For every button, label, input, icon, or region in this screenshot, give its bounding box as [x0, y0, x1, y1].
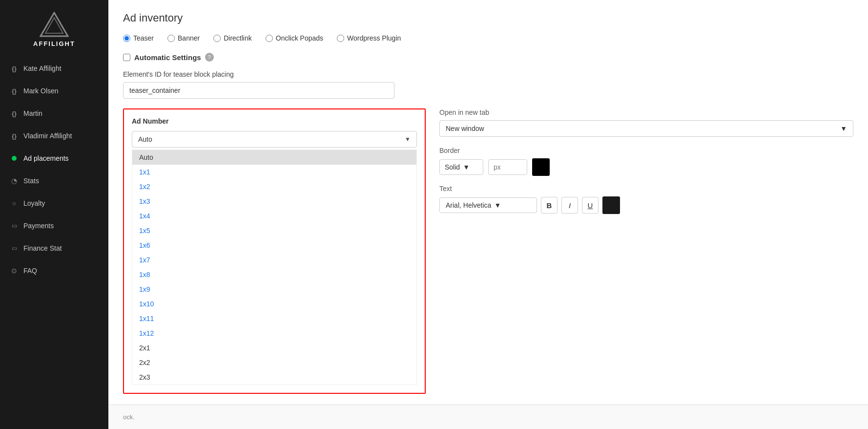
text-row: Arial, Helvetica ▼ B I U: [439, 196, 853, 214]
faq-icon: [10, 266, 19, 275]
element-id-input[interactable]: [123, 82, 394, 99]
radio-onclick-input[interactable]: [266, 35, 273, 42]
ad-number-title: Ad Number: [132, 117, 417, 125]
sidebar-item-label: Martin: [23, 109, 42, 117]
sidebar-item-label: Kate Affilight: [23, 64, 62, 72]
sidebar-item-stats[interactable]: Stats: [0, 170, 108, 192]
dropdown-item-1x10[interactable]: 1x10: [132, 297, 416, 311]
sidebar-item-finance-stat[interactable]: Finance Stat: [0, 237, 108, 259]
dropdown-item-2x2[interactable]: 2x2: [132, 355, 416, 370]
page-title: Ad inventory: [123, 12, 853, 24]
radio-directlink[interactable]: Directlink: [213, 34, 252, 42]
dropdown-item-1x4[interactable]: 1x4: [132, 209, 416, 223]
help-icon[interactable]: ?: [205, 53, 214, 62]
element-id-label: Element's ID for teaser block placing: [123, 70, 853, 78]
sidebar-item-label: FAQ: [23, 267, 37, 275]
dropdown-item-1x6[interactable]: 1x6: [132, 238, 416, 253]
sidebar-item-label: Payments: [23, 222, 54, 230]
dropdown-item-1x5[interactable]: 1x5: [132, 223, 416, 238]
sidebar-navigation: Kate Affilight Mark Olsen Martin Vladimi…: [0, 57, 108, 429]
sidebar-item-label: Ad placements: [23, 154, 69, 162]
dropdown-item-1x8[interactable]: 1x8: [132, 267, 416, 282]
finance-icon: [10, 244, 19, 253]
right-panel: Open in new tab New window ▼ Border Soli…: [439, 108, 853, 214]
radio-wordpress-input[interactable]: [337, 35, 344, 42]
border-px-input[interactable]: [488, 159, 527, 175]
radio-teaser-label: Teaser: [133, 34, 154, 42]
sidebar-item-martin[interactable]: Martin: [0, 102, 108, 125]
ad-number-selected: Auto: [138, 135, 152, 143]
sidebar-item-label: Finance Stat: [23, 244, 62, 252]
text-color-swatch[interactable]: [602, 196, 620, 214]
border-row: Solid ▼: [439, 158, 853, 176]
open-in-new-tab-row: New window ▼: [439, 120, 853, 137]
dropdown-item-1x9[interactable]: 1x9: [132, 282, 416, 297]
dropdown-item-2x3[interactable]: 2x3: [132, 370, 416, 385]
dropdown-item-1x11[interactable]: 1x11: [132, 311, 416, 326]
bold-button[interactable]: B: [541, 197, 558, 214]
svg-marker-0: [41, 13, 68, 36]
radio-directlink-label: Directlink: [224, 34, 252, 42]
sidebar: AFFILIGHT Kate Affilight Mark Olsen Mart…: [0, 0, 108, 429]
sidebar-item-ad-placements[interactable]: Ad placements: [0, 147, 108, 170]
dropdown-item-1x7[interactable]: 1x7: [132, 253, 416, 267]
automatic-settings-checkbox[interactable]: [123, 54, 130, 61]
sidebar-item-mark[interactable]: Mark Olsen: [0, 80, 108, 102]
automatic-settings-row: Automatic Settings ?: [123, 53, 853, 62]
svg-marker-1: [45, 18, 63, 33]
sidebar-item-payments[interactable]: Payments: [0, 214, 108, 237]
border-style-select[interactable]: Solid ▼: [439, 159, 483, 175]
chevron-down-icon: ▼: [494, 201, 501, 209]
radio-wordpress-plugin[interactable]: Wordpress Plugin: [337, 34, 401, 42]
radio-onclick-label: Onclick Popads: [276, 34, 323, 42]
payments-icon: [10, 221, 19, 230]
footer-bar: ock.: [108, 405, 868, 429]
braces-icon: [10, 131, 19, 140]
automatic-settings-label: Automatic Settings: [134, 53, 201, 62]
underline-button[interactable]: U: [582, 197, 599, 214]
sidebar-item-loyalty[interactable]: Loyalty: [0, 192, 108, 214]
border-color-swatch[interactable]: [532, 158, 550, 176]
ad-number-select[interactable]: Auto ▼: [132, 131, 417, 148]
sidebar-item-label: Mark Olsen: [23, 87, 59, 95]
border-label: Border: [439, 147, 853, 154]
sidebar-item-label: Vladimir Affilight: [23, 132, 72, 140]
braces-icon: [10, 109, 19, 118]
chevron-down-icon: ▼: [463, 163, 470, 171]
two-column-section: Ad Number Auto ▼ Auto 1x1 1x2 1x3 1x4 1x…: [123, 108, 853, 394]
loyalty-icon: [10, 199, 19, 208]
dropdown-item-auto[interactable]: Auto: [132, 150, 416, 165]
logo-icon: [40, 12, 69, 37]
chevron-down-icon: ▼: [840, 125, 847, 132]
dropdown-item-1x12[interactable]: 1x12: [132, 326, 416, 341]
sidebar-item-kate[interactable]: Kate Affilight: [0, 57, 108, 80]
radio-banner-label: Banner: [178, 34, 200, 42]
sidebar-logo: AFFILIGHT: [0, 0, 108, 57]
ad-type-radio-group: Teaser Banner Directlink Onclick Popads …: [123, 34, 853, 42]
chevron-down-icon: ▼: [405, 136, 411, 143]
sidebar-item-label: Stats: [23, 177, 39, 185]
radio-teaser-input[interactable]: [123, 35, 130, 42]
radio-teaser[interactable]: Teaser: [123, 34, 154, 42]
braces-icon: [10, 64, 19, 73]
font-select[interactable]: Arial, Helvetica ▼: [439, 197, 537, 213]
dropdown-item-1x1[interactable]: 1x1: [132, 165, 416, 179]
radio-wordpress-label: Wordpress Plugin: [347, 34, 401, 42]
radio-banner-input[interactable]: [167, 35, 175, 42]
dropdown-item-1x3[interactable]: 1x3: [132, 194, 416, 209]
sidebar-item-faq[interactable]: FAQ: [0, 259, 108, 282]
ad-number-box: Ad Number Auto ▼ Auto 1x1 1x2 1x3 1x4 1x…: [123, 108, 426, 394]
open-in-new-tab-label: Open in new tab: [439, 108, 853, 116]
italic-button[interactable]: I: [561, 197, 578, 214]
logo-text: AFFILIGHT: [33, 40, 75, 47]
dropdown-item-1x2[interactable]: 1x2: [132, 179, 416, 194]
radio-onclick-popads[interactable]: Onclick Popads: [266, 34, 323, 42]
footer-message: ock.: [123, 413, 135, 421]
ad-placements-icon: [10, 154, 19, 163]
stats-icon: [10, 176, 19, 185]
dropdown-item-2x1[interactable]: 2x1: [132, 341, 416, 355]
radio-directlink-input[interactable]: [213, 35, 221, 42]
open-in-new-tab-select[interactable]: New window ▼: [439, 120, 853, 137]
radio-banner[interactable]: Banner: [167, 34, 200, 42]
sidebar-item-vladimir[interactable]: Vladimir Affilight: [0, 125, 108, 147]
